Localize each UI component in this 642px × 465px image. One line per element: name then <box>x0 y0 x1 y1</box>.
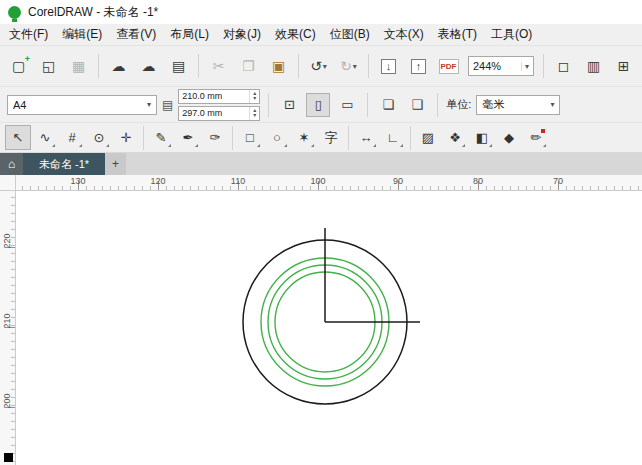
menu-edit[interactable]: 编辑(E) <box>55 24 109 45</box>
toolbar-separator <box>368 54 369 78</box>
ruler-row: 130120110100908070 <box>0 175 642 191</box>
rectangle-tool-button[interactable]: □ <box>237 125 263 150</box>
document-tab-label: 未命名 -1* <box>39 157 89 172</box>
save-document-icon: ▦ <box>72 58 85 74</box>
menu-view[interactable]: 查看(V) <box>109 24 163 45</box>
menu-bitmaps[interactable]: 位图(B) <box>323 24 377 45</box>
transparency-tool-button[interactable]: ▨ <box>415 125 441 150</box>
undo-button[interactable]: ↺▾ <box>305 52 332 80</box>
portrait-button[interactable]: ▯ <box>306 93 330 117</box>
current-page-button[interactable]: ❑ <box>405 93 429 117</box>
landscape-button[interactable]: ▭ <box>335 93 359 117</box>
current-page-icon: ❑ <box>412 97 424 112</box>
crop-tool-button[interactable]: # <box>59 125 85 150</box>
vertical-ruler[interactable]: 220210200 <box>0 191 16 465</box>
main-area: 220210200 <box>0 191 642 465</box>
spinner-down-icon[interactable]: ▾ <box>253 96 256 101</box>
eyedropper-tool-button[interactable]: ❖ <box>442 125 468 150</box>
new-document-tab-button[interactable]: + <box>105 153 126 175</box>
show-rulers-button[interactable]: ▥ <box>580 52 607 80</box>
text-tool-button[interactable]: 字 <box>318 125 344 150</box>
smart-fill-tool-button[interactable]: ◆ <box>496 125 522 150</box>
save-to-cloud-button[interactable]: ☁ <box>135 52 162 80</box>
canvas[interactable] <box>16 191 642 465</box>
all-pages-button[interactable]: ❏ <box>376 93 400 117</box>
toolbar-separator <box>298 54 299 78</box>
polygon-tool-icon: ✶ <box>299 130 310 145</box>
auto-fit-page-button[interactable]: ⊡ <box>277 93 301 117</box>
dimension-tool-button[interactable]: ↔ <box>353 125 379 150</box>
pan-tool-button[interactable]: ✛ <box>113 125 139 150</box>
launcher-button[interactable]: ⊞ <box>610 52 637 80</box>
artistic-media-tool-button[interactable]: ✑ <box>202 125 228 150</box>
menu-tools[interactable]: 工具(O) <box>484 24 539 45</box>
standard-toolbar: ▢◱▦☁☁▤✂❐▣↺▾↻▾↓↑PDF244%▾◻▥⊞ <box>0 45 642 87</box>
open-from-cloud-icon: ☁ <box>112 58 126 74</box>
chevron-down-icon: ▾ <box>550 100 554 109</box>
polygon-tool-button[interactable]: ✶ <box>291 125 317 150</box>
toolbox-separator <box>410 126 411 150</box>
units-select[interactable]: 毫米 ▾ <box>476 95 560 115</box>
redo-button: ↻▾ <box>335 52 362 80</box>
page-height-field[interactable]: 297.0 mm ▴ ▾ <box>178 106 260 121</box>
freehand-tool-button[interactable]: ✎ <box>148 125 174 150</box>
ruler-label: 120 <box>147 176 169 186</box>
transparency-tool-icon: ▨ <box>422 130 434 145</box>
print-document-button[interactable]: ▤ <box>165 52 192 80</box>
full-screen-preview-button[interactable]: ◻ <box>550 52 577 80</box>
toolbar-separator <box>98 54 99 78</box>
save-document-button: ▦ <box>65 52 92 80</box>
page-width-field[interactable]: 210.0 mm ▴ ▾ <box>178 89 260 104</box>
open-from-cloud-button[interactable]: ☁ <box>105 52 132 80</box>
menu-text[interactable]: 文本(X) <box>377 24 431 45</box>
page-size-select[interactable]: A4 ▾ <box>7 95 157 115</box>
export-button[interactable]: ↑ <box>405 52 432 80</box>
tab-bar-filler <box>126 153 642 175</box>
outline-pen-tool-button[interactable]: ✏ <box>523 125 549 150</box>
welcome-screen-tab[interactable]: ⌂ <box>0 153 23 175</box>
zoom-level-combo[interactable]: 244%▾ <box>468 56 534 76</box>
copy-button: ❐ <box>235 52 262 80</box>
pan-tool-icon: ✛ <box>121 130 132 145</box>
new-document-button[interactable]: ▢ <box>5 52 32 80</box>
chevron-down-icon: ▾ <box>521 62 529 71</box>
ruler-origin-corner[interactable] <box>0 175 16 191</box>
pen-tool-button[interactable]: ✒ <box>175 125 201 150</box>
interactive-fill-tool-button[interactable]: ◧ <box>469 125 495 150</box>
menu-effects[interactable]: 效果(C) <box>268 24 323 45</box>
open-document-button[interactable]: ◱ <box>35 52 62 80</box>
shape-tool-button[interactable]: ∿ <box>32 125 58 150</box>
toolbox-separator <box>232 126 233 150</box>
ruler-label: 130 <box>67 176 89 186</box>
toolbox-separator <box>143 126 144 150</box>
print-document-icon: ▤ <box>172 58 185 74</box>
ellipse-tool-button[interactable]: ○ <box>264 125 290 150</box>
import-button[interactable]: ↓ <box>375 52 402 80</box>
title-bar: CorelDRAW - 未命名 -1* <box>0 0 642 24</box>
document-tab-active[interactable]: 未命名 -1* <box>23 153 105 175</box>
show-rulers-icon: ▥ <box>587 58 600 74</box>
page-height-spinner[interactable]: ▴ ▾ <box>249 107 259 120</box>
zoom-tool-button[interactable]: ⊙ <box>86 125 112 150</box>
horizontal-ruler[interactable]: 130120110100908070 <box>16 175 642 191</box>
ruler-label: 90 <box>387 176 409 186</box>
palette-swatch-black[interactable] <box>4 453 13 462</box>
pick-tool-button[interactable]: ↖ <box>5 125 31 150</box>
connector-tool-button[interactable]: ∟ <box>380 125 406 150</box>
publish-pdf-button[interactable]: PDF <box>435 52 462 80</box>
shape-tool-icon: ∿ <box>40 130 51 145</box>
page-width-spinner[interactable]: ▴ ▾ <box>249 90 259 103</box>
copy-icon: ❐ <box>242 58 255 74</box>
paste-button[interactable]: ▣ <box>265 52 292 80</box>
toolbox-separator <box>348 126 349 150</box>
menu-layout[interactable]: 布局(L) <box>163 24 216 45</box>
units-value: 毫米 <box>482 97 504 112</box>
toolbar-separator <box>198 54 199 78</box>
separator <box>367 93 368 117</box>
spinner-down-icon[interactable]: ▾ <box>253 113 256 118</box>
menu-table[interactable]: 表格(T) <box>431 24 484 45</box>
menu-object[interactable]: 对象(J) <box>216 24 268 45</box>
menu-file[interactable]: 文件(F) <box>2 24 55 45</box>
separator <box>437 93 438 117</box>
portrait-icon: ▯ <box>315 97 322 112</box>
